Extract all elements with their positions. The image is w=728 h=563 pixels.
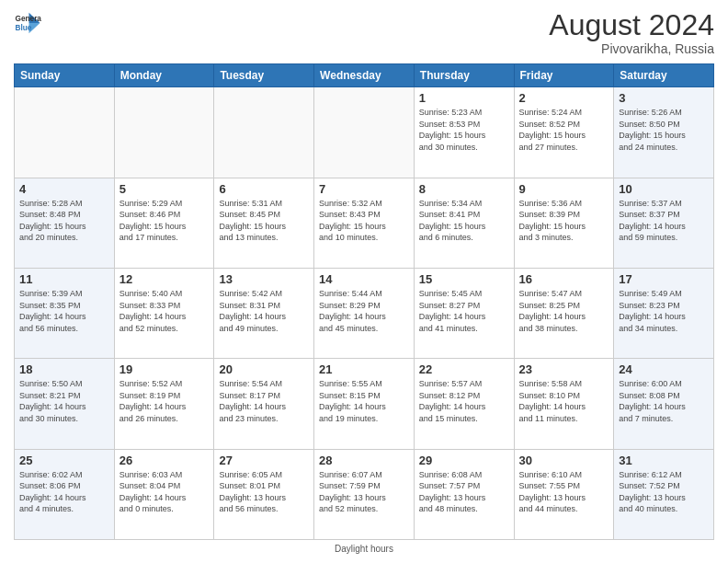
calendar-cell: 19Sunrise: 5:52 AM Sunset: 8:19 PM Dayli…	[114, 359, 214, 449]
calendar-cell: 16Sunrise: 5:47 AM Sunset: 8:25 PM Dayli…	[514, 268, 614, 358]
day-detail: Sunrise: 5:44 AM Sunset: 8:29 PM Dayligh…	[319, 288, 409, 334]
calendar-cell: 29Sunrise: 6:08 AM Sunset: 7:57 PM Dayli…	[414, 449, 514, 539]
day-header-monday: Monday	[114, 64, 214, 87]
day-number: 17	[619, 272, 709, 286]
calendar-cell: 24Sunrise: 6:00 AM Sunset: 8:08 PM Dayli…	[614, 359, 714, 449]
calendar-cell: 20Sunrise: 5:54 AM Sunset: 8:17 PM Dayli…	[214, 359, 314, 449]
calendar-cell: 31Sunrise: 6:12 AM Sunset: 7:52 PM Dayli…	[614, 449, 714, 539]
day-number: 8	[419, 182, 509, 196]
calendar-cell: 10Sunrise: 5:37 AM Sunset: 8:37 PM Dayli…	[614, 178, 714, 268]
day-detail: Sunrise: 5:23 AM Sunset: 8:53 PM Dayligh…	[419, 107, 509, 153]
day-detail: Sunrise: 5:52 AM Sunset: 8:19 PM Dayligh…	[119, 378, 210, 424]
calendar-cell: 14Sunrise: 5:44 AM Sunset: 8:29 PM Dayli…	[314, 268, 415, 358]
day-number: 29	[419, 454, 509, 467]
calendar-cell	[114, 87, 214, 178]
day-header-saturday: Saturday	[614, 64, 714, 87]
day-number: 1	[419, 91, 509, 105]
day-detail: Sunrise: 6:10 AM Sunset: 7:55 PM Dayligh…	[519, 469, 609, 515]
day-detail: Sunrise: 5:47 AM Sunset: 8:25 PM Dayligh…	[519, 288, 609, 334]
day-number: 30	[519, 454, 609, 467]
footer-note: Daylight hours	[14, 544, 714, 554]
day-number: 16	[519, 272, 609, 286]
day-detail: Sunrise: 6:05 AM Sunset: 8:01 PM Dayligh…	[219, 469, 309, 515]
day-detail: Sunrise: 6:07 AM Sunset: 7:59 PM Dayligh…	[319, 469, 409, 515]
svg-text:Blue: Blue	[16, 24, 32, 32]
logo: General Blue	[14, 9, 41, 37]
day-detail: Sunrise: 5:57 AM Sunset: 8:12 PM Dayligh…	[419, 378, 509, 424]
calendar-week-5: 25Sunrise: 6:02 AM Sunset: 8:06 PM Dayli…	[15, 449, 714, 539]
calendar-cell: 13Sunrise: 5:42 AM Sunset: 8:31 PM Dayli…	[214, 268, 314, 358]
day-number: 27	[219, 454, 309, 467]
day-number: 22	[419, 362, 509, 376]
day-number: 13	[219, 272, 309, 286]
day-number: 3	[619, 91, 709, 105]
calendar-cell: 8Sunrise: 5:34 AM Sunset: 8:41 PM Daylig…	[414, 178, 514, 268]
svg-text:General: General	[16, 15, 42, 23]
day-number: 31	[619, 454, 709, 467]
day-number: 7	[319, 182, 409, 196]
header: General Blue August 2024 Pivovarikha, Ru…	[14, 9, 714, 56]
calendar-cell: 2Sunrise: 5:24 AM Sunset: 8:52 PM Daylig…	[514, 87, 614, 178]
day-number: 18	[19, 362, 109, 376]
calendar-week-1: 1Sunrise: 5:23 AM Sunset: 8:53 PM Daylig…	[15, 87, 714, 178]
day-detail: Sunrise: 5:37 AM Sunset: 8:37 PM Dayligh…	[619, 198, 709, 244]
day-number: 24	[619, 362, 709, 376]
day-number: 5	[119, 182, 210, 196]
day-detail: Sunrise: 5:24 AM Sunset: 8:52 PM Dayligh…	[519, 107, 609, 153]
calendar-week-4: 18Sunrise: 5:50 AM Sunset: 8:21 PM Dayli…	[15, 359, 714, 449]
calendar-cell: 11Sunrise: 5:39 AM Sunset: 8:35 PM Dayli…	[15, 268, 115, 358]
calendar-table: SundayMondayTuesdayWednesdayThursdayFrid…	[14, 63, 714, 540]
day-number: 21	[319, 362, 409, 376]
day-number: 12	[119, 272, 210, 286]
day-detail: Sunrise: 5:55 AM Sunset: 8:15 PM Dayligh…	[319, 378, 409, 424]
title-block: August 2024 Pivovarikha, Russia	[549, 9, 714, 56]
logo-icon: General Blue	[14, 9, 41, 37]
day-detail: Sunrise: 5:54 AM Sunset: 8:17 PM Dayligh…	[219, 378, 309, 424]
month-year-title: August 2024	[549, 9, 714, 41]
day-detail: Sunrise: 6:00 AM Sunset: 8:08 PM Dayligh…	[619, 378, 709, 424]
day-detail: Sunrise: 5:34 AM Sunset: 8:41 PM Dayligh…	[419, 198, 509, 244]
calendar-cell: 25Sunrise: 6:02 AM Sunset: 8:06 PM Dayli…	[15, 449, 115, 539]
calendar-cell: 30Sunrise: 6:10 AM Sunset: 7:55 PM Dayli…	[514, 449, 614, 539]
day-detail: Sunrise: 5:26 AM Sunset: 8:50 PM Dayligh…	[619, 107, 709, 153]
day-header-tuesday: Tuesday	[214, 64, 314, 87]
calendar-cell: 7Sunrise: 5:32 AM Sunset: 8:43 PM Daylig…	[314, 178, 415, 268]
calendar-cell: 23Sunrise: 5:58 AM Sunset: 8:10 PM Dayli…	[514, 359, 614, 449]
day-header-wednesday: Wednesday	[314, 64, 415, 87]
page: General Blue August 2024 Pivovarikha, Ru…	[0, 0, 728, 563]
day-number: 23	[519, 362, 609, 376]
location-subtitle: Pivovarikha, Russia	[549, 41, 714, 56]
calendar-cell: 5Sunrise: 5:29 AM Sunset: 8:46 PM Daylig…	[114, 178, 214, 268]
day-detail: Sunrise: 6:08 AM Sunset: 7:57 PM Dayligh…	[419, 469, 509, 515]
day-number: 6	[219, 182, 309, 196]
day-detail: Sunrise: 5:32 AM Sunset: 8:43 PM Dayligh…	[319, 198, 409, 244]
calendar-cell: 4Sunrise: 5:28 AM Sunset: 8:48 PM Daylig…	[15, 178, 115, 268]
day-detail: Sunrise: 5:40 AM Sunset: 8:33 PM Dayligh…	[119, 288, 210, 334]
day-detail: Sunrise: 5:36 AM Sunset: 8:39 PM Dayligh…	[519, 198, 609, 244]
day-detail: Sunrise: 5:42 AM Sunset: 8:31 PM Dayligh…	[219, 288, 309, 334]
calendar-cell: 12Sunrise: 5:40 AM Sunset: 8:33 PM Dayli…	[114, 268, 214, 358]
day-detail: Sunrise: 5:29 AM Sunset: 8:46 PM Dayligh…	[119, 198, 210, 244]
day-detail: Sunrise: 5:45 AM Sunset: 8:27 PM Dayligh…	[419, 288, 509, 334]
day-detail: Sunrise: 6:02 AM Sunset: 8:06 PM Dayligh…	[19, 469, 109, 515]
day-detail: Sunrise: 5:58 AM Sunset: 8:10 PM Dayligh…	[519, 378, 609, 424]
day-detail: Sunrise: 5:49 AM Sunset: 8:23 PM Dayligh…	[619, 288, 709, 334]
calendar-cell: 17Sunrise: 5:49 AM Sunset: 8:23 PM Dayli…	[614, 268, 714, 358]
day-number: 9	[519, 182, 609, 196]
calendar-cell: 1Sunrise: 5:23 AM Sunset: 8:53 PM Daylig…	[414, 87, 514, 178]
calendar-cell	[214, 87, 314, 178]
day-detail: Sunrise: 5:39 AM Sunset: 8:35 PM Dayligh…	[19, 288, 109, 334]
calendar-week-3: 11Sunrise: 5:39 AM Sunset: 8:35 PM Dayli…	[15, 268, 714, 358]
day-number: 25	[19, 454, 109, 467]
day-number: 2	[519, 91, 609, 105]
day-number: 26	[119, 454, 210, 467]
day-number: 10	[619, 182, 709, 196]
day-detail: Sunrise: 5:28 AM Sunset: 8:48 PM Dayligh…	[19, 198, 109, 244]
day-detail: Sunrise: 6:12 AM Sunset: 7:52 PM Dayligh…	[619, 469, 709, 515]
day-detail: Sunrise: 5:50 AM Sunset: 8:21 PM Dayligh…	[19, 378, 109, 424]
day-number: 14	[319, 272, 409, 286]
calendar-cell: 28Sunrise: 6:07 AM Sunset: 7:59 PM Dayli…	[314, 449, 415, 539]
calendar-cell: 3Sunrise: 5:26 AM Sunset: 8:50 PM Daylig…	[614, 87, 714, 178]
calendar-cell: 26Sunrise: 6:03 AM Sunset: 8:04 PM Dayli…	[114, 449, 214, 539]
calendar-cell: 27Sunrise: 6:05 AM Sunset: 8:01 PM Dayli…	[214, 449, 314, 539]
